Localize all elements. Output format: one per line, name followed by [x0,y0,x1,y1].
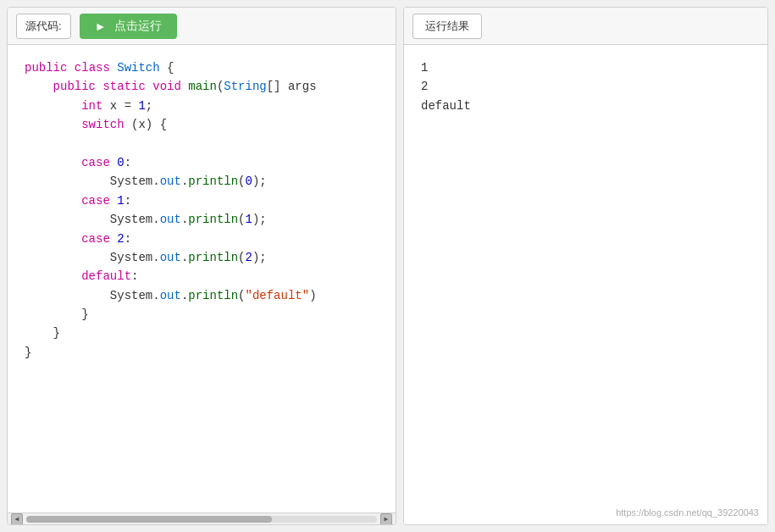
run-arrow-icon: ► [95,19,107,33]
run-button[interactable]: ► 点击运行 [80,14,178,39]
run-button-label: 点击运行 [114,19,162,34]
result-output: 1 2 default [421,58,750,115]
right-panel: 运行结果 1 2 default https://blog.csdn.net/q… [403,7,768,525]
main-container: 源代码: ► 点击运行 public class Switch { public… [0,0,775,532]
horizontal-scrollbar[interactable]: ◀ ▶ [8,513,396,524]
watermark: https://blog.csdn.net/qq_39220043 [616,507,759,518]
code-toolbar: 源代码: ► 点击运行 [8,8,396,45]
result-area: 1 2 default [404,45,767,524]
result-toolbar: 运行结果 [404,8,767,45]
scroll-left-arrow[interactable]: ◀ [11,513,23,525]
left-panel: 源代码: ► 点击运行 public class Switch { public… [7,7,396,525]
code-content: public class Switch { public static void… [25,58,379,362]
code-editor: public class Switch { public static void… [8,45,396,513]
scroll-thumb [26,516,272,523]
result-label: 运行结果 [412,14,482,39]
scroll-track[interactable] [26,516,377,523]
scroll-right-arrow[interactable]: ▶ [380,513,392,525]
source-label: 源代码: [16,14,71,39]
